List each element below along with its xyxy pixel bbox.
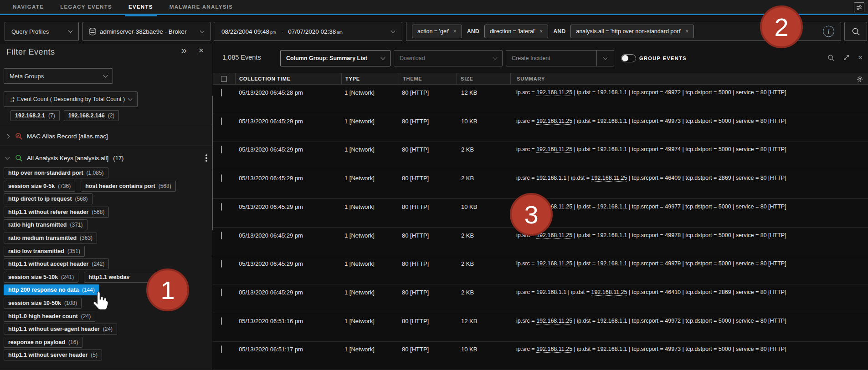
table-settings-gear-icon[interactable] xyxy=(856,76,863,85)
meta-value-label: session size 10-50k xyxy=(8,300,61,306)
meta-value-chip[interactable]: http1.1 without referer header (568) xyxy=(4,207,109,218)
right-panel-toggle-button[interactable] xyxy=(854,2,864,12)
meta-key-group-analysis-all[interactable]: All Analysis Keys [analysis.all] (17) xyxy=(0,151,212,165)
meta-value-chip[interactable]: http1.0 high header count (24) xyxy=(4,311,95,322)
meta-value-label: ratio low transmitted xyxy=(8,248,64,254)
event-table-row[interactable]: 05/13/2020 06:51:17 pm 1 [Network] 80 [H… xyxy=(213,341,868,370)
cell-summary: ip.src = 192.168.1.1 | ip.dst = 192.168.… xyxy=(510,170,868,198)
remove-filter-icon[interactable]: × xyxy=(685,28,688,35)
column-header-size[interactable]: SIZE xyxy=(457,73,510,84)
highlighted-ip-value[interactable]: 192.168.11.25 xyxy=(536,118,572,125)
row-checkbox[interactable] xyxy=(221,232,222,239)
run-query-button[interactable] xyxy=(844,22,867,41)
meta-value-label: ratio medium transmitted xyxy=(8,235,77,241)
query-filter-pill[interactable]: direction = 'lateral' × xyxy=(484,25,548,38)
cell-theme: 80 [HTTP] xyxy=(399,199,457,227)
meta-value-chip[interactable]: ratio medium transmitted (363) xyxy=(4,233,97,243)
chip-row: http1.1 without referer header (568) xyxy=(4,207,109,218)
meta-value-chip[interactable]: http over non-standard port (1,085) xyxy=(4,167,108,178)
query-profiles-dropdown[interactable]: Query Profiles xyxy=(5,22,79,41)
meta-value-chip[interactable]: http1.1 without accept header (242) xyxy=(4,258,109,269)
row-checkbox[interactable] xyxy=(221,260,222,268)
row-checkbox[interactable] xyxy=(221,89,222,96)
meta-value-chip[interactable]: http direct to ip request (568) xyxy=(4,193,92,204)
meta-value-chip[interactable]: host header contains port (568) xyxy=(81,181,176,192)
row-checkbox[interactable] xyxy=(221,174,222,182)
nav-tab-navigate[interactable]: NAVIGATE xyxy=(13,0,44,14)
highlighted-ip-value[interactable]: 192.168.11.25 xyxy=(536,89,572,96)
download-dropdown[interactable]: Download xyxy=(394,50,503,66)
meta-value-chip[interactable]: http1.1 without user-agent header (24) xyxy=(4,324,117,335)
row-checkbox[interactable] xyxy=(221,317,222,325)
cell-type: 1 [Network] xyxy=(341,313,399,341)
highlighted-ip-value[interactable]: 192.168.11.25 xyxy=(536,146,572,153)
meta-value-chip-selected[interactable]: http 200 response no data (144) xyxy=(4,284,99,295)
event-table-row[interactable]: 05/13/2020 06:51:16 pm 1 [Network] 80 [H… xyxy=(213,313,868,342)
event-table-row[interactable]: 05/13/2020 06:45:29 pm 1 [Network] 80 [H… xyxy=(213,113,868,142)
column-group-dropdown[interactable]: Column Group: Summary List xyxy=(280,50,390,66)
remove-filter-icon[interactable]: × xyxy=(453,28,457,35)
meta-value-count: (568) xyxy=(75,196,88,202)
cell-collection-time: 05/13/2020 06:51:16 pm xyxy=(235,313,341,341)
create-incident-dropdown[interactable]: Create Incident xyxy=(506,50,614,66)
column-header-theme[interactable]: THEME xyxy=(399,73,457,84)
cell-collection-time: 05/13/2020 06:45:29 pm xyxy=(235,142,341,170)
query-filter-pill[interactable]: action = 'get' × xyxy=(412,25,462,38)
column-header-type[interactable]: TYPE xyxy=(341,73,399,84)
event-table-row[interactable]: 05/13/2020 06:45:29 pm 1 [Network] 80 [H… xyxy=(213,256,868,284)
highlighted-ip-value[interactable]: 192.168.11.25 xyxy=(591,289,627,296)
group-options-menu-icon[interactable] xyxy=(205,153,208,162)
row-checkbox[interactable] xyxy=(221,203,222,211)
meta-value-chip[interactable]: session size 5-10k (241) xyxy=(4,272,78,283)
collapse-panel-icon[interactable]: » xyxy=(181,45,187,56)
meta-key-group-mac-alias[interactable]: MAC Alias Record [alias.mac] xyxy=(0,129,212,143)
filter-events-panel: Filter Events » × Meta Groups ↓az Event … xyxy=(0,44,212,370)
chevron-right-icon[interactable] xyxy=(5,134,10,138)
meta-value-chip[interactable]: session size 10-50k (108) xyxy=(4,298,82,309)
meta-groups-dropdown[interactable]: Meta Groups xyxy=(4,68,113,84)
row-checkbox[interactable] xyxy=(221,146,222,153)
group-events-toggle[interactable] xyxy=(621,54,636,62)
close-panel-icon[interactable]: × xyxy=(199,46,204,56)
meta-value-chip[interactable]: http1.1 without server header (5) xyxy=(4,350,102,360)
meta-value-label: http direct to ip request xyxy=(8,196,72,202)
highlighted-ip-value[interactable]: 192.168.11.25 xyxy=(536,260,572,267)
search-events-icon[interactable] xyxy=(827,54,835,61)
nav-tab-legacy-events[interactable]: LEGACY EVENTS xyxy=(60,0,112,14)
row-checkbox[interactable] xyxy=(221,289,222,296)
service-selector-dropdown[interactable]: adminserver-382bae9e - Broker xyxy=(82,22,211,41)
meta-value-chip[interactable]: ratio low transmitted (351) xyxy=(4,246,85,257)
remove-filter-icon[interactable]: × xyxy=(539,28,543,35)
create-incident-chevron[interactable] xyxy=(596,51,614,66)
cell-collection-time: 05/13/2020 06:45:29 pm xyxy=(235,284,341,313)
chip-row: http over non-standard port (1,085) xyxy=(4,167,108,178)
download-label: Download xyxy=(400,55,425,61)
close-events-icon[interactable]: × xyxy=(858,54,863,61)
query-filter-pill[interactable]: analysis.all = 'http over non-standard p… xyxy=(570,25,694,38)
meta-value-chip[interactable]: 192.168.2.146 (2) xyxy=(64,110,119,121)
meta-value-chip[interactable]: ratio high transmitted (371) xyxy=(4,219,87,230)
nav-tab-events[interactable]: EVENTS xyxy=(128,0,153,14)
nav-tab-malware-analysis[interactable]: MALWARE ANALYSIS xyxy=(169,0,233,14)
meta-value-chip[interactable]: 192.168.2.1 (7) xyxy=(10,110,60,121)
highlighted-ip-value[interactable]: 192.168.11.25 xyxy=(536,318,572,324)
cell-theme: 80 [HTTP] xyxy=(399,341,457,370)
expand-panel-icon[interactable] xyxy=(843,54,850,61)
column-header-summary[interactable]: SUMMARY xyxy=(510,73,868,84)
meta-value-chip[interactable]: response no payload (16) xyxy=(4,337,82,348)
event-table-row[interactable]: 05/13/2020 06:45:29 pm 1 [Network] 80 [H… xyxy=(213,284,868,313)
chevron-down-icon[interactable] xyxy=(5,155,10,160)
row-checkbox[interactable] xyxy=(221,117,222,125)
row-checkbox[interactable] xyxy=(221,345,222,353)
time-range-dropdown[interactable]: 08/22/2004 09:48 pm - 07/07/2020 02:38 a… xyxy=(214,22,402,41)
select-all-checkbox[interactable] xyxy=(221,76,227,82)
highlighted-ip-value[interactable]: 192.168.11.25 xyxy=(591,175,627,182)
event-table-row[interactable]: 05/13/2020 06:45:29 pm 1 [Network] 80 [H… xyxy=(213,142,868,170)
highlighted-ip-value[interactable]: 192.168.11.25 xyxy=(536,346,572,353)
column-header-collection-time[interactable]: COLLECTION TIME xyxy=(235,73,341,84)
meta-value-chip[interactable]: session size 0-5k (736) xyxy=(4,181,75,192)
sort-order-dropdown[interactable]: ↓az Event Count ( Descending by Total Co… xyxy=(4,91,138,107)
query-info-icon[interactable]: i xyxy=(823,26,834,37)
meta-value-count: (568) xyxy=(159,183,171,189)
event-table-row[interactable]: 05/13/2020 06:45:28 pm 1 [Network] 80 [H… xyxy=(213,85,868,113)
